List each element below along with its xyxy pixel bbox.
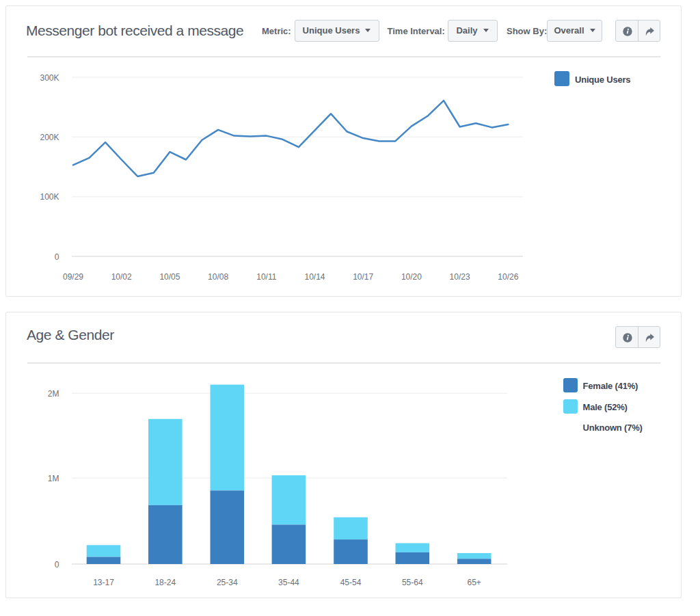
svg-text:10/11: 10/11: [256, 272, 276, 282]
svg-text:18-24: 18-24: [154, 578, 176, 587]
svg-text:10/05: 10/05: [159, 272, 180, 282]
svg-text:200K: 200K: [40, 133, 59, 142]
svg-text:10/20: 10/20: [401, 272, 422, 282]
svg-text:0: 0: [55, 252, 59, 262]
svg-text:35-44: 35-44: [278, 578, 299, 587]
svg-text:10/23: 10/23: [450, 272, 470, 282]
svg-text:10/08: 10/08: [208, 272, 228, 282]
svg-text:09/29: 09/29: [63, 272, 83, 282]
svg-text:1M: 1M: [48, 474, 59, 483]
svg-text:300K: 300K: [40, 73, 59, 83]
svg-text:2M: 2M: [48, 389, 59, 399]
svg-text:55-64: 55-64: [402, 578, 423, 587]
svg-text:10/02: 10/02: [111, 272, 132, 282]
svg-text:10/14: 10/14: [304, 272, 325, 282]
svg-text:13-17: 13-17: [93, 578, 114, 587]
svg-text:100K: 100K: [40, 192, 59, 202]
svg-text:25-34: 25-34: [217, 578, 238, 587]
svg-text:45-54: 45-54: [340, 578, 362, 587]
svg-text:10/17: 10/17: [353, 272, 373, 282]
svg-text:0: 0: [55, 560, 59, 570]
svg-text:10/26: 10/26: [498, 272, 518, 282]
svg-text:65+: 65+: [468, 578, 481, 587]
